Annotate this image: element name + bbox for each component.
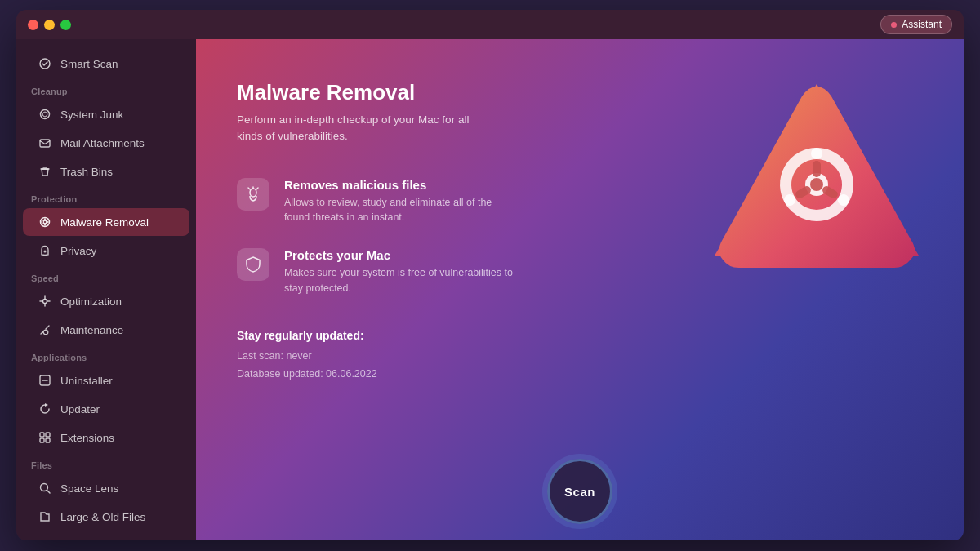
panel-subtitle: Perform an in-depth checkup of your Mac … <box>237 112 482 145</box>
uninstaller-label: Uninstaller <box>60 375 113 387</box>
mail-attachments-label: Mail Attachments <box>60 137 145 149</box>
svg-line-24 <box>256 188 258 189</box>
updater-label: Updater <box>60 403 100 415</box>
removes-malicious-text: Removes malicious files Allows to review… <box>284 178 513 226</box>
large-old-files-icon <box>38 509 52 524</box>
assistant-button[interactable]: Assistant <box>880 15 952 34</box>
trash-bins-icon <box>38 164 52 179</box>
smart-scan-label: Smart Scan <box>60 58 118 70</box>
sidebar-item-extensions[interactable]: Extensions <box>23 424 189 451</box>
sidebar-item-trash-bins[interactable]: Trash Bins <box>23 158 189 185</box>
trash-bins-label: Trash Bins <box>60 166 113 178</box>
extensions-icon <box>38 430 52 445</box>
maintenance-icon <box>38 322 52 337</box>
sidebar-item-maintenance[interactable]: Maintenance <box>23 316 189 344</box>
section-label-applications: Applications <box>16 344 196 366</box>
space-lens-label: Space Lens <box>60 482 118 495</box>
sidebar-item-large-old-files[interactable]: Large & Old Files <box>23 503 189 531</box>
sidebar-item-updater[interactable]: Updater <box>23 395 189 423</box>
optimization-icon <box>38 294 52 309</box>
removes-malicious-title: Removes malicious files <box>284 178 513 192</box>
sidebar-item-shredder[interactable]: Shredder <box>23 531 189 540</box>
section-label-cleanup: Cleanup <box>16 78 196 100</box>
large-old-files-label: Large & Old Files <box>60 511 145 523</box>
last-scan: Last scan: never <box>237 347 923 366</box>
right-panel: Malware Removal Perform an in-depth chec… <box>196 39 964 540</box>
svg-line-28 <box>826 190 834 194</box>
close-button[interactable] <box>28 20 38 30</box>
svg-rect-15 <box>46 438 50 442</box>
removes-malicious-desc: Allows to review, study and eliminate al… <box>284 195 513 226</box>
sidebar-item-malware-removal[interactable]: Malware Removal <box>23 208 189 236</box>
optimization-label: Optimization <box>60 295 122 308</box>
updater-icon <box>38 402 52 416</box>
extensions-label: Extensions <box>60 432 114 444</box>
update-label: Stay regularly updated: <box>237 329 923 342</box>
svg-point-9 <box>43 300 47 304</box>
privacy-icon <box>38 243 52 258</box>
protects-mac-icon <box>237 248 270 281</box>
smart-scan-icon <box>38 56 52 71</box>
update-info: Stay regularly updated: Last scan: never… <box>237 329 923 384</box>
section-label-speed: Speed <box>16 265 196 287</box>
svg-point-4 <box>44 251 47 253</box>
shredder-icon <box>38 538 52 540</box>
scan-button-label: Scan <box>564 485 595 499</box>
mail-attachments-icon <box>38 136 52 150</box>
space-lens-icon <box>38 481 52 495</box>
privacy-label: Privacy <box>60 245 96 257</box>
biohazard-image <box>702 64 931 295</box>
main-content: Smart Scan Cleanup System Junk <box>16 39 964 540</box>
section-label-files: Files <box>16 452 196 473</box>
svg-line-23 <box>248 188 250 189</box>
malware-removal-label: Malware Removal <box>60 216 149 229</box>
traffic-lights <box>28 20 71 30</box>
assistant-label: Assistant <box>902 19 942 30</box>
minimize-button[interactable] <box>44 20 55 30</box>
assistant-dot-icon <box>891 22 897 28</box>
sidebar-item-smart-scan[interactable]: Smart Scan <box>23 50 189 78</box>
sidebar-item-system-junk[interactable]: System Junk <box>23 100 189 128</box>
svg-point-1 <box>41 110 50 119</box>
database-updated: Database updated: 06.06.2022 <box>237 365 923 384</box>
protects-mac-desc: Makes sure your system is free of vulner… <box>284 265 513 296</box>
maximize-button[interactable] <box>60 20 71 30</box>
scan-button-wrap: Scan <box>547 459 612 524</box>
sidebar-item-privacy[interactable]: Privacy <box>23 237 189 264</box>
sidebar-item-space-lens[interactable]: Space Lens <box>23 474 189 502</box>
svg-rect-13 <box>46 433 50 437</box>
protects-mac-title: Protects your Mac <box>284 248 513 262</box>
malware-removal-icon <box>38 215 52 229</box>
svg-rect-14 <box>40 438 44 442</box>
svg-line-29 <box>800 190 807 194</box>
title-bar: Assistant <box>16 10 964 39</box>
sidebar-item-optimization[interactable]: Optimization <box>23 287 189 315</box>
svg-line-17 <box>47 491 51 494</box>
removes-malicious-icon <box>237 178 270 211</box>
app-window: Assistant Smart Scan Cleanup <box>16 10 964 540</box>
protects-mac-text: Protects your Mac Makes sure your system… <box>284 248 513 296</box>
sidebar: Smart Scan Cleanup System Junk <box>16 39 196 540</box>
sidebar-item-mail-attachments[interactable]: Mail Attachments <box>23 129 189 157</box>
scan-button[interactable]: Scan <box>547 459 612 524</box>
svg-point-30 <box>810 178 823 191</box>
section-label-protection: Protection <box>16 186 196 207</box>
uninstaller-icon <box>38 373 52 388</box>
system-junk-icon <box>38 107 52 122</box>
sidebar-item-uninstaller[interactable]: Uninstaller <box>23 367 189 394</box>
maintenance-label: Maintenance <box>60 324 123 336</box>
svg-rect-12 <box>40 433 44 437</box>
svg-point-22 <box>250 189 256 197</box>
shredder-label: Shredder <box>60 540 106 541</box>
system-junk-label: System Junk <box>60 109 123 121</box>
svg-rect-2 <box>40 140 50 147</box>
